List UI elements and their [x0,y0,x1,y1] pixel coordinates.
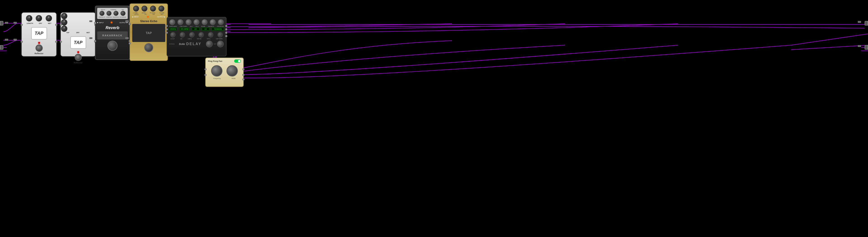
reflector2-tap-label: TAP [74,40,83,45]
pp-port-out-3[interactable] [242,78,245,80]
reverb-knob-labels: PREDELAY LOWPASS HIGHPASS ROOMSIZE [98,16,127,18]
echo-knob-rtime[interactable] [158,6,164,11]
bollie-port-in-2[interactable] [166,28,168,31]
bollie-knob-usertempo[interactable] [178,19,183,25]
reflector1-port-in-top[interactable] [21,24,23,26]
echo-knob-level[interactable] [142,6,147,11]
label-cross: CROSS [134,13,138,15]
reverb-port-in-top[interactable] [94,22,96,24]
bollie-knob-tempomode[interactable] [169,19,175,25]
reverb-footswitch[interactable] [107,41,118,51]
reflector1-knob-length[interactable] [26,15,32,22]
bollie-port-out-1[interactable] [225,25,227,27]
echo-knob-rlevel[interactable] [150,6,156,11]
bollie-knob-feedback[interactable] [210,19,216,25]
display-divr: 1/4 [202,28,210,31]
reverb-pedal: DECAY DAMPING MIX PREDELAY LOWPASS HIGHP… [95,6,130,60]
conn-left-1 [5,22,8,24]
reverb-knob-predelay[interactable] [99,11,104,16]
ping-pong-title: Ping Pong Pan [208,60,222,62]
reverb-knob-roomsize[interactable] [121,11,125,16]
label-lowq: LOW Q [188,38,191,39]
label-crossfeed: CROSSFEED [217,26,224,27]
left-edge-connector-top [0,21,3,26]
echo-knob-ltime[interactable] [133,6,139,11]
bollie-knob-blend[interactable] [202,19,208,25]
echo-input-label: ▶ INPUT [132,16,138,18]
reflector2-knob-dry[interactable] [61,19,67,26]
label-lo2: LO2 [180,38,182,39]
reflector1-port-out-bot[interactable] [55,41,57,43]
reflector2-led [77,51,79,53]
reflector1-name: Reflector [35,53,43,55]
bollie-knob-lo2[interactable] [180,32,185,37]
reverb-knob-highpass[interactable] [114,11,119,16]
conn-reverb-in-2 [89,37,92,39]
reflector2-port-in-bot[interactable] [60,41,62,43]
reverb-port-in-bot[interactable] [94,40,96,42]
bollie-knob-locut[interactable] [170,32,176,37]
reflector1-knob-dry[interactable] [36,15,42,22]
bollie-knob-hcpon[interactable] [198,32,204,37]
bollie-bypass-switch[interactable] [206,41,213,47]
reflector2-knob-wet[interactable] [61,26,67,32]
reflector1-tap-button[interactable]: TAP [31,27,47,39]
bollie-port-in-3[interactable] [166,32,168,34]
bollie-knob-hcpq[interactable] [208,32,213,37]
conn-left-4 [13,39,17,41]
echo-port-in-top[interactable] [129,23,131,25]
reverb-knob-lowpass[interactable] [106,11,112,16]
pp-port-out-bot[interactable] [242,74,245,76]
ping-pong-toggle[interactable] [234,59,241,63]
reflector1-port-out-top[interactable] [55,24,57,26]
reflector1-knob-labels: LENGTH DRY WET [22,23,56,24]
reverb-led [111,22,112,23]
label-frequency: Frequency [213,78,221,79]
reflector1-knob-wet[interactable] [46,15,52,22]
bollie-top-knobs [167,18,226,26]
pp-port-out-top[interactable] [242,68,245,70]
bollie-bottom: BYPASS Bollie DELAY TAP [167,39,226,48]
echo-port-in-bot[interactable] [129,42,131,44]
reflector2-knob-tap[interactable] [61,13,67,19]
reflector1-port-in-bot[interactable] [21,41,23,43]
reflector1-knobs-row [22,13,56,23]
bollie-mid-knobs [167,31,226,38]
reverb-label-damping: DAMPING [111,9,116,10]
echo-output-label: OUTPUT ▶ [157,16,165,18]
bollie-port-out-4[interactable] [225,35,227,37]
label-dry: DRY [39,23,42,24]
reflector1-footswitch[interactable] [35,44,43,52]
label-divl: DIV L [190,26,193,27]
echo-led [147,16,149,18]
bollie-knob-lowq[interactable] [189,32,195,37]
label-locut: LO CUT [170,38,175,39]
bollie-knob-crossfeed[interactable] [218,19,224,25]
label-dry2: DRY [76,32,80,33]
reverb-input-label: ▶ INPUT [97,22,104,24]
echo-tap-label: TAP [146,31,152,35]
pp-knob-width[interactable] [226,65,238,76]
bollie-knob-curtempo[interactable] [217,32,223,37]
label-curtempo: CUR TEMPO [216,38,223,39]
bollie-port-out-3[interactable] [225,32,227,34]
pp-knob-frequency[interactable] [211,65,222,76]
reflector1-tap-label: TAP [35,31,43,36]
conn-left-2 [5,39,8,41]
pedals-container: LENGTH DRY WET TAP Reflector TAP DRY WET [0,0,868,237]
reverb-title: Reverb [95,26,129,30]
bollie-port-out-2[interactable] [225,28,227,31]
reflector2-port-in-top[interactable] [60,24,62,26]
label-wet: WET [48,23,52,24]
label-width: Width [231,78,236,79]
reflector2-tap-button[interactable]: TAP [70,36,86,49]
ping-pong-pedal: Ping Pong Pan Frequency Width [205,58,244,87]
bollie-knob-divr[interactable] [193,19,199,25]
pp-port-in-top[interactable] [204,68,207,70]
bollie-port-in-1[interactable] [166,25,168,27]
reflector2-footswitch[interactable] [74,54,82,61]
bollie-tap-switch[interactable] [217,41,224,47]
bollie-knob-divl[interactable] [186,19,191,25]
echo-footswitch[interactable] [144,43,153,52]
pp-port-in-bot[interactable] [204,74,207,76]
